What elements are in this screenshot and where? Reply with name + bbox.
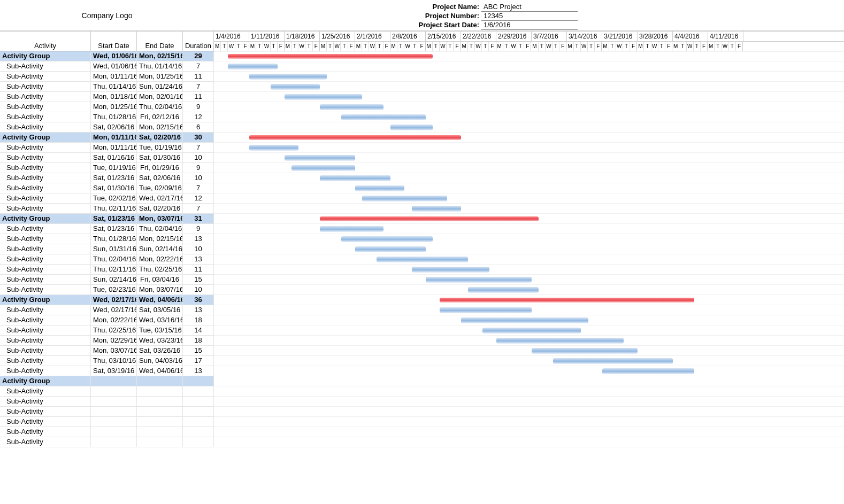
cell-activity[interactable]: Activity Group: [0, 295, 91, 305]
cell-activity[interactable]: Activity Group: [0, 51, 91, 61]
group-row[interactable]: Activity GroupMon, 01/11/16Sat, 02/20/16…: [0, 133, 214, 143]
task-bar[interactable]: [341, 114, 426, 120]
cell-start[interactable]: [91, 397, 137, 406]
cell-start[interactable]: Wed, 01/06/16: [91, 61, 137, 71]
cell-start[interactable]: Thu, 01/28/16: [91, 112, 137, 122]
cell-activity[interactable]: Sub-Activity: [0, 325, 91, 335]
cell-end[interactable]: Mon, 03/07/16: [137, 214, 183, 223]
cell-end[interactable]: [137, 397, 183, 406]
group-bar[interactable]: [228, 54, 433, 59]
cell-start[interactable]: Sun, 02/14/16: [91, 275, 137, 284]
cell-duration[interactable]: 11: [183, 72, 214, 81]
cell-start[interactable]: Thu, 02/25/16: [91, 325, 137, 335]
cell-activity[interactable]: Sub-Activity: [0, 366, 91, 376]
task-row[interactable]: Sub-ActivitySat, 01/30/16Tue, 02/09/167: [0, 183, 214, 193]
cell-duration[interactable]: 11: [183, 92, 214, 102]
cell-end[interactable]: [137, 386, 183, 396]
task-bar[interactable]: [532, 348, 638, 354]
cell-start[interactable]: Thu, 02/11/16: [91, 265, 137, 274]
cell-end[interactable]: Mon, 03/07/16: [137, 285, 183, 294]
cell-duration[interactable]: 30: [183, 133, 214, 142]
cell-duration[interactable]: [183, 437, 214, 447]
task-row[interactable]: Sub-ActivitySat, 01/23/16Thu, 02/04/169: [0, 224, 214, 234]
task-row[interactable]: Sub-ActivitySat, 01/16/16Sat, 01/30/1610: [0, 153, 214, 163]
task-bar[interactable]: [341, 236, 433, 242]
cell-duration[interactable]: 7: [183, 61, 214, 71]
task-row[interactable]: Sub-Activity: [0, 407, 214, 417]
task-bar[interactable]: [553, 358, 673, 364]
task-row[interactable]: Sub-ActivityThu, 02/11/16Sat, 02/20/167: [0, 204, 214, 214]
col-header-activity[interactable]: Activity: [0, 32, 91, 51]
task-row[interactable]: Sub-ActivityMon, 01/18/16Mon, 02/01/1611: [0, 92, 214, 102]
cell-duration[interactable]: 18: [183, 315, 214, 325]
cell-start[interactable]: Mon, 01/11/16: [91, 72, 137, 81]
cell-start[interactable]: Sat, 01/16/16: [91, 153, 137, 162]
cell-end[interactable]: [137, 427, 183, 437]
task-bar[interactable]: [355, 246, 426, 252]
task-row[interactable]: Sub-ActivityWed, 01/06/16Thu, 01/14/167: [0, 61, 214, 72]
cell-start[interactable]: Mon, 01/11/16: [91, 133, 137, 142]
task-bar[interactable]: [468, 287, 539, 293]
cell-activity[interactable]: Sub-Activity: [0, 427, 91, 437]
task-row[interactable]: Sub-ActivityTue, 02/02/16Wed, 02/17/1612: [0, 193, 214, 204]
cell-end[interactable]: [137, 417, 183, 427]
cell-end[interactable]: Thu, 01/14/16: [137, 61, 183, 71]
cell-start[interactable]: [91, 417, 137, 427]
cell-duration[interactable]: [183, 417, 214, 427]
task-row[interactable]: Sub-ActivitySat, 02/06/16Mon, 02/15/166: [0, 122, 214, 133]
task-bar[interactable]: [285, 155, 355, 161]
task-row[interactable]: Sub-ActivityThu, 01/14/16Sun, 01/24/167: [0, 82, 214, 92]
cell-end[interactable]: Thu, 02/04/16: [137, 224, 183, 234]
cell-end[interactable]: Sun, 02/14/16: [137, 244, 183, 254]
cell-start[interactable]: [91, 376, 137, 386]
task-row[interactable]: Sub-ActivitySat, 03/19/16Wed, 04/06/1613: [0, 366, 214, 376]
task-bar[interactable]: [390, 125, 433, 130]
cell-duration[interactable]: [183, 427, 214, 437]
cell-end[interactable]: Mon, 02/22/16: [137, 254, 183, 264]
cell-activity[interactable]: Sub-Activity: [0, 437, 91, 447]
task-row[interactable]: Sub-Activity: [0, 427, 214, 437]
cell-end[interactable]: [137, 407, 183, 416]
task-bar[interactable]: [377, 257, 469, 262]
cell-activity[interactable]: Sub-Activity: [0, 204, 91, 213]
cell-end[interactable]: Sat, 02/06/16: [137, 173, 183, 183]
task-row[interactable]: Sub-ActivityThu, 01/28/16Fri, 02/12/1612: [0, 112, 214, 122]
task-bar[interactable]: [291, 165, 355, 171]
cell-duration[interactable]: [183, 407, 214, 416]
task-bar[interactable]: [426, 277, 532, 283]
cell-duration[interactable]: 15: [183, 346, 214, 355]
cell-end[interactable]: Sun, 01/24/16: [137, 82, 183, 91]
cell-duration[interactable]: 15: [183, 275, 214, 284]
cell-start[interactable]: Tue, 02/02/16: [91, 193, 137, 203]
cell-activity[interactable]: Sub-Activity: [0, 336, 91, 345]
cell-activity[interactable]: Sub-Activity: [0, 244, 91, 254]
cell-activity[interactable]: Sub-Activity: [0, 173, 91, 183]
group-bar[interactable]: [249, 135, 461, 140]
cell-activity[interactable]: Sub-Activity: [0, 275, 91, 284]
cell-duration[interactable]: 13: [183, 366, 214, 376]
task-row[interactable]: Sub-ActivityMon, 02/29/16Wed, 03/23/1618: [0, 336, 214, 346]
task-bar[interactable]: [355, 185, 404, 191]
cell-duration[interactable]: 10: [183, 173, 214, 183]
task-bar[interactable]: [320, 175, 390, 181]
cell-duration[interactable]: 7: [183, 183, 214, 193]
cell-end[interactable]: [137, 376, 183, 386]
cell-activity[interactable]: Sub-Activity: [0, 417, 91, 427]
cell-start[interactable]: Mon, 01/25/16: [91, 102, 137, 112]
task-row[interactable]: Sub-Activity: [0, 397, 214, 407]
meta-number-value[interactable]: 12345: [481, 11, 578, 21]
cell-activity[interactable]: Activity Group: [0, 376, 91, 386]
cell-start[interactable]: Thu, 01/14/16: [91, 82, 137, 91]
task-row[interactable]: Sub-ActivityMon, 02/22/16Wed, 03/16/1618: [0, 315, 214, 325]
meta-startdate-value[interactable]: 1/6/2016: [481, 20, 578, 30]
cell-start[interactable]: Sun, 01/31/16: [91, 244, 137, 254]
cell-start[interactable]: Mon, 02/29/16: [91, 336, 137, 345]
task-row[interactable]: Sub-Activity: [0, 386, 214, 397]
cell-end[interactable]: Mon, 02/15/16: [137, 122, 183, 132]
task-row[interactable]: Sub-ActivitySun, 02/14/16Fri, 03/04/1615: [0, 275, 214, 285]
cell-duration[interactable]: 11: [183, 265, 214, 274]
cell-duration[interactable]: 10: [183, 244, 214, 254]
cell-start[interactable]: Mon, 01/18/16: [91, 92, 137, 102]
cell-activity[interactable]: Sub-Activity: [0, 122, 91, 132]
task-row[interactable]: Sub-ActivityThu, 02/11/16Thu, 02/25/1611: [0, 265, 214, 275]
